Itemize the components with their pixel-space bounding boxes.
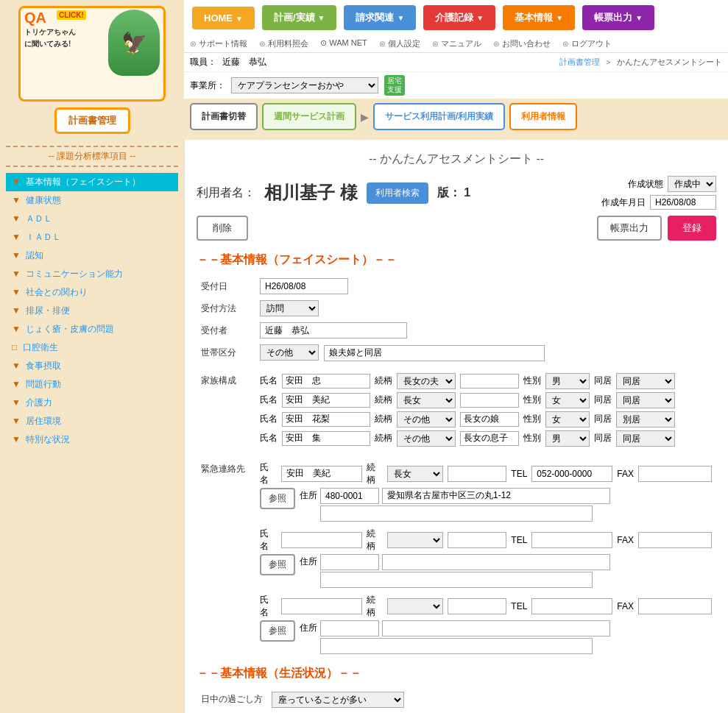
sidebar-item-social[interactable]: ▼ 社会との関わり <box>6 283 178 302</box>
emerg-tel-3[interactable] <box>531 598 612 614</box>
manual-link[interactable]: マニュアル <box>432 38 481 49</box>
emerg-relation-2[interactable]: 長女 その他 <box>387 532 443 548</box>
emerg-extra-2[interactable] <box>448 532 506 548</box>
emerg-zip-3[interactable] <box>320 620 379 636</box>
emerg-fax-2[interactable] <box>638 532 712 548</box>
sidebar-item-communication[interactable]: ▼ コミュニケーション能力 <box>6 265 178 283</box>
emerg-zip-2[interactable] <box>320 554 379 570</box>
sidebar-item-cognition[interactable]: ▼ 認知 <box>6 246 178 265</box>
sidebar-item-health[interactable]: ▼ 健康状態 <box>6 191 178 210</box>
emerg-addr-2[interactable] <box>382 554 610 570</box>
daily-select[interactable]: 座っていることが多い 横になっていることが多い 外出していることが多い <box>272 692 404 708</box>
sidebar-item-environment[interactable]: ▼ 居住環境 <box>6 412 178 430</box>
emerg-relation-3[interactable]: 長女 その他 <box>387 598 443 614</box>
family-cohabit-2[interactable]: 同居 別居 <box>616 392 675 408</box>
sidebar-item-adl[interactable]: ▼ ＡＤＬ <box>6 210 178 228</box>
sidebar-item-special[interactable]: ▼ 特別な状況 <box>6 430 178 449</box>
family-cohabit-3[interactable]: 別居 同居 <box>616 411 675 428</box>
family-gender-3[interactable]: 女 男 <box>545 411 590 428</box>
family-name-4[interactable] <box>282 431 370 446</box>
sidebar-item-oral[interactable]: □ 口腔衛生 <box>6 338 178 357</box>
sidebar-item-eating[interactable]: ▼ 食事摂取 <box>6 357 178 375</box>
emerg-addr2-3[interactable] <box>320 638 593 654</box>
office-select[interactable]: ケアプランセンターおかや <box>231 77 378 93</box>
emerg-tel-1[interactable] <box>531 466 612 482</box>
nav-home-button[interactable]: HOME▼ <box>192 7 255 29</box>
sidebar-link-special[interactable]: 特別な状況 <box>26 434 70 444</box>
nav-basic-button[interactable]: 基本情報▼ <box>503 5 575 30</box>
inquiry-link[interactable]: お問い合わせ <box>493 38 551 49</box>
sidebar-link-oral[interactable]: 口腔衛生 <box>23 342 58 352</box>
emerg-extra-1[interactable] <box>448 466 506 482</box>
ref-button-1[interactable]: 参照 <box>260 488 295 509</box>
emerg-addr2-2[interactable] <box>320 572 593 588</box>
nav-plan-button[interactable]: 計画/実績▼ <box>262 5 337 30</box>
sidebar-link-skin[interactable]: じょく瘡・皮膚の問題 <box>26 324 114 334</box>
sidebar-link-iadl[interactable]: ＩＡＤＬ <box>26 232 61 242</box>
sidebar-link-care-power[interactable]: 介護力 <box>26 397 52 408</box>
family-name-3[interactable] <box>282 412 370 427</box>
family-gender-2[interactable]: 女 男 <box>545 392 590 408</box>
family-name-2[interactable] <box>282 393 370 408</box>
ref-button-2[interactable]: 参照 <box>260 554 295 575</box>
emerg-relation-1[interactable]: 長女 その他 <box>387 466 443 482</box>
sidebar-link-behavior[interactable]: 問題行動 <box>26 379 61 389</box>
family-extra-3[interactable] <box>460 412 519 427</box>
tab-service-plan[interactable]: サービス利用計画/利用実績 <box>373 103 505 130</box>
family-relation-1[interactable]: 長女の夫 長女 その他 <box>397 373 456 389</box>
family-extra-2[interactable] <box>460 393 519 408</box>
emerg-name-3[interactable] <box>281 598 362 614</box>
emerg-name-1[interactable] <box>281 466 362 482</box>
emerg-zip-1[interactable] <box>320 488 379 504</box>
family-gender-4[interactable]: 男 女 <box>545 430 590 447</box>
emerg-name-2[interactable] <box>281 532 362 548</box>
emerg-fax-3[interactable] <box>638 598 712 614</box>
family-extra-1[interactable] <box>460 374 519 389</box>
family-name-1[interactable] <box>282 374 370 389</box>
family-cohabit-4[interactable]: 同居 別居 <box>616 430 675 447</box>
ref-button-3[interactable]: 参照 <box>260 620 295 642</box>
receive-date-input[interactable] <box>260 278 348 294</box>
emerg-addr-3[interactable] <box>382 620 610 636</box>
breadcrumb-parent-link[interactable]: 計画書管理 <box>559 57 600 66</box>
family-gender-1[interactable]: 男 女 <box>545 373 590 389</box>
sidebar-link-adl[interactable]: ＡＤＬ <box>26 213 52 224</box>
emerg-addr-1[interactable] <box>382 488 610 504</box>
emerg-tel-2[interactable] <box>531 532 612 548</box>
sidebar-link-health[interactable]: 健康状態 <box>26 195 61 205</box>
sidebar-item-excretion[interactable]: ▼ 排尿・排便 <box>6 302 178 320</box>
family-relation-3[interactable]: その他 長女 長女の夫 <box>397 411 456 428</box>
receive-method-select[interactable]: 訪問 電話 来所 その他 <box>260 300 319 316</box>
family-relation-2[interactable]: 長女 長女の夫 その他 <box>397 392 456 408</box>
sidebar-link-excretion[interactable]: 排尿・排便 <box>26 305 70 316</box>
nav-care-button[interactable]: 介護記録▼ <box>423 5 495 30</box>
sidebar-item-basic[interactable]: ▼ 基本情報（フェイスシート） <box>6 173 178 191</box>
receiver-input[interactable] <box>260 322 407 338</box>
tab-user-info[interactable]: 利用者情報 <box>509 103 577 130</box>
family-relation-4[interactable]: その他 長女 長女の夫 <box>397 430 456 447</box>
sidebar-link-communication[interactable]: コミュニケーション能力 <box>26 269 123 279</box>
family-cohabit-1[interactable]: 同居 別居 <box>616 373 675 389</box>
sidebar-item-care-power[interactable]: ▼ 介護力 <box>6 394 178 412</box>
tab-weekly-plan[interactable]: 週間サービス計画 <box>262 103 356 130</box>
delete-button[interactable]: 削除 <box>197 216 248 241</box>
emerg-addr2-1[interactable] <box>320 506 593 522</box>
household-select[interactable]: その他 単身 夫婦のみ <box>260 344 319 361</box>
family-extra-4[interactable] <box>460 431 519 446</box>
emerg-fax-1[interactable] <box>638 466 712 482</box>
sidebar-item-behavior[interactable]: ▼ 問題行動 <box>6 375 178 394</box>
status-select[interactable]: 作成中 <box>668 176 716 192</box>
logout-link[interactable]: ログアウト <box>562 38 612 49</box>
sidebar-link-cognition[interactable]: 認知 <box>26 250 43 260</box>
household-detail-input[interactable] <box>324 345 545 361</box>
billing-inquiry-link[interactable]: 利用料照会 <box>259 38 308 49</box>
plan-management-button[interactable]: 計画書管理 <box>54 107 130 134</box>
sidebar-link-environment[interactable]: 居住環境 <box>26 416 61 426</box>
nav-report-button[interactable]: 帳票出力▼ <box>582 5 654 30</box>
nav-billing-button[interactable]: 請求関連▼ <box>344 5 416 30</box>
wam-net-link[interactable]: WAM NET <box>320 38 367 49</box>
register-button[interactable]: 登録 <box>668 216 716 241</box>
sidebar-link-social[interactable]: 社会との関わり <box>26 287 88 297</box>
support-link[interactable]: サポート情報 <box>190 38 247 49</box>
date-input[interactable] <box>650 195 716 210</box>
